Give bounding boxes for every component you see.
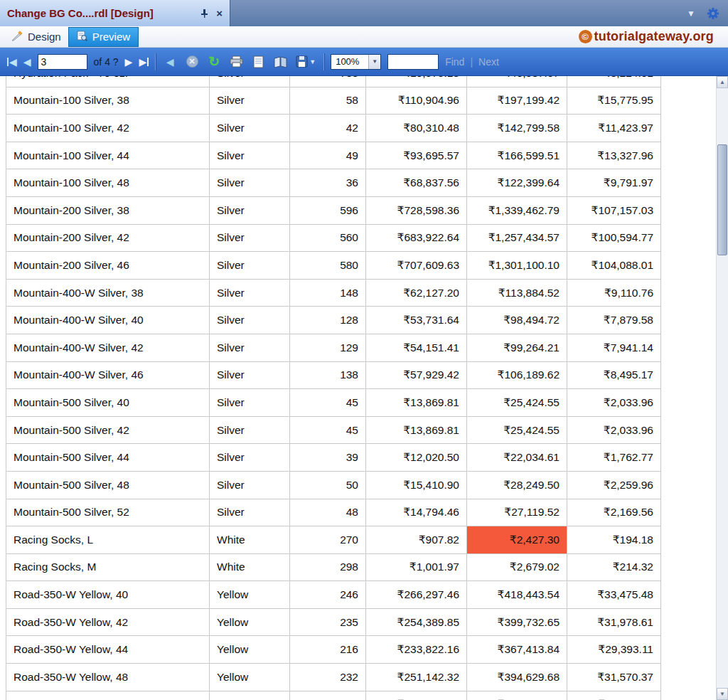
- table-cell: ₹399,732.65: [467, 609, 567, 637]
- table-cell: Silver: [210, 115, 290, 142]
- table-cell: White: [210, 554, 290, 582]
- table-cell: ₹2,033.96: [567, 417, 661, 445]
- table-cell: 216: [290, 636, 366, 664]
- table-cell: Road-550-W Yellow, 38: [6, 691, 210, 700]
- table-cell: Road-350-W Yellow, 42: [6, 609, 210, 637]
- table-cell: ₹62,127.20: [366, 280, 467, 307]
- table-cell: Silver: [210, 280, 290, 307]
- table-cell: ₹9,110.76: [567, 280, 661, 307]
- table-cell: ₹33,475.48: [567, 581, 661, 609]
- table-cell: ₹3,224.01: [567, 76, 661, 88]
- print-button[interactable]: [228, 54, 244, 70]
- table-cell: ₹122,399.64: [467, 169, 567, 197]
- table-cell: Mountain-500 Silver, 44: [6, 444, 210, 472]
- gear-icon[interactable]: [707, 7, 719, 20]
- refresh-button[interactable]: ↻: [206, 54, 222, 70]
- table-cell: Mountain-200 Silver, 42: [6, 225, 210, 253]
- first-page-button[interactable]: ◀: [7, 57, 17, 67]
- document-tab[interactable]: Change BG Co....rdl [Design] ×: [0, 0, 230, 26]
- table-cell: Silver: [210, 142, 290, 170]
- table-cell: ₹107,157.03: [567, 197, 661, 225]
- table-cell: 49: [290, 142, 366, 170]
- table-cell: ₹68,837.56: [366, 169, 467, 197]
- table-cell: White: [210, 526, 290, 554]
- table-cell: ₹2,259.96: [567, 472, 661, 499]
- table-cell: ₹367,413.84: [467, 636, 567, 664]
- table-cell: ₹31,570.37: [567, 664, 661, 691]
- table-cell: ₹266,297.46: [366, 581, 467, 609]
- table-row: Road-550-W Yellow, 38Yellow273₹194,794.5…: [6, 691, 661, 700]
- pin-icon[interactable]: [200, 9, 209, 18]
- table-cell: ₹106,189.62: [467, 362, 567, 390]
- export-button[interactable]: ▼: [294, 54, 317, 70]
- table-cell: ₹14,794.46: [366, 499, 467, 527]
- next-link[interactable]: Next: [478, 56, 499, 68]
- scrollbar-thumb[interactable]: [717, 144, 727, 255]
- zoom-value: 100%: [331, 56, 368, 67]
- table-cell: ₹302,208.58: [467, 691, 567, 700]
- table-cell: 235: [290, 609, 366, 637]
- table-row: Mountain-100 Silver, 42Silver42₹80,310.4…: [6, 115, 661, 142]
- table-cell: ₹194,794.54: [366, 691, 467, 700]
- stop-button[interactable]: ✕: [184, 54, 200, 70]
- table-cell: 128: [290, 307, 366, 334]
- table-cell: ₹2,679.02: [467, 554, 567, 582]
- brand: © tutorialgateway.org: [579, 29, 724, 44]
- table-cell: Silver: [210, 252, 290, 280]
- table-cell: Mountain-500 Silver, 42: [6, 417, 210, 445]
- table-row: Mountain-200 Silver, 42Silver560₹683,922…: [6, 225, 661, 253]
- table-cell: 129: [290, 334, 366, 362]
- table-cell: Mountain-200 Silver, 38: [6, 197, 210, 225]
- table-cell: 580: [290, 252, 366, 280]
- report-designer-window: Change BG Co....rdl [Design] × ▼: [0, 0, 728, 700]
- table-cell: Racing Socks, M: [6, 554, 210, 582]
- back-to-parent-button[interactable]: ◀: [162, 54, 178, 70]
- zoom-select[interactable]: 100% ▼: [331, 54, 381, 70]
- table-cell: Mountain-500 Silver, 48: [6, 472, 210, 499]
- table-row: Road-350-W Yellow, 44Yellow216₹233,822.1…: [6, 636, 661, 664]
- table-row: Hydration Pack - 70 oz.Silver733₹19,575.…: [6, 76, 661, 88]
- close-icon[interactable]: ×: [216, 7, 223, 19]
- find-link[interactable]: Find: [445, 56, 464, 68]
- next-page-button[interactable]: ▶: [125, 57, 133, 67]
- table-row: Mountain-400-W Silver, 38Silver148₹62,12…: [6, 280, 661, 307]
- zoom-dropdown-icon[interactable]: ▼: [368, 55, 380, 69]
- table-cell: ₹23,511.88: [567, 691, 661, 700]
- brand-name: tutorialgateway.org: [594, 29, 714, 44]
- table-row: Mountain-500 Silver, 44Silver39₹12,020.5…: [6, 444, 661, 472]
- table-cell: ₹1,301,100.10: [467, 252, 567, 280]
- table-cell: ₹98,494.72: [467, 307, 567, 334]
- tab-preview[interactable]: Preview: [68, 27, 139, 47]
- chevron-down-icon[interactable]: ▼: [687, 9, 695, 18]
- find-controls: Find | Next: [445, 56, 499, 68]
- print-layout-button[interactable]: [250, 54, 266, 70]
- tab-design[interactable]: Design: [4, 28, 68, 46]
- previous-page-button[interactable]: ◀: [23, 57, 31, 67]
- table-cell: ₹28,249.50: [467, 472, 567, 499]
- last-page-button[interactable]: ▶: [139, 57, 149, 67]
- table-cell: Mountain-500 Silver, 40: [6, 389, 210, 417]
- table-row: Mountain-400-W Silver, 42Silver129₹54,15…: [6, 334, 661, 362]
- table-cell: ₹7,941.14: [567, 334, 661, 362]
- find-input[interactable]: [387, 54, 439, 70]
- table-cell: ₹8,495.17: [567, 362, 661, 390]
- table-cell: 42: [290, 115, 366, 142]
- vertical-scrollbar[interactable]: ▲ ▼: [716, 76, 728, 700]
- page-setup-button[interactable]: [272, 54, 288, 70]
- table-cell: ₹113,884.52: [467, 280, 567, 307]
- table-row: Mountain-100 Silver, 44Silver49₹93,695.5…: [6, 142, 661, 170]
- table-cell: ₹25,424.55: [467, 417, 567, 445]
- table-cell: 148: [290, 280, 366, 307]
- table-cell: ₹166,599.51: [467, 142, 567, 170]
- table-cell: ₹57,929.42: [366, 362, 467, 390]
- table-cell: Silver: [210, 334, 290, 362]
- tab-design-label: Design: [28, 31, 61, 43]
- table-cell: ₹7,879.58: [567, 307, 661, 334]
- scroll-up-icon[interactable]: ▲: [717, 76, 728, 88]
- table-cell: Racing Socks, L: [6, 526, 210, 554]
- table-cell: 246: [290, 581, 366, 609]
- page-number-input[interactable]: [38, 54, 87, 70]
- table-cell: ₹29,393.11: [567, 636, 661, 664]
- scroll-down-icon[interactable]: ▼: [717, 688, 728, 700]
- export-dropdown-icon[interactable]: ▼: [309, 58, 316, 65]
